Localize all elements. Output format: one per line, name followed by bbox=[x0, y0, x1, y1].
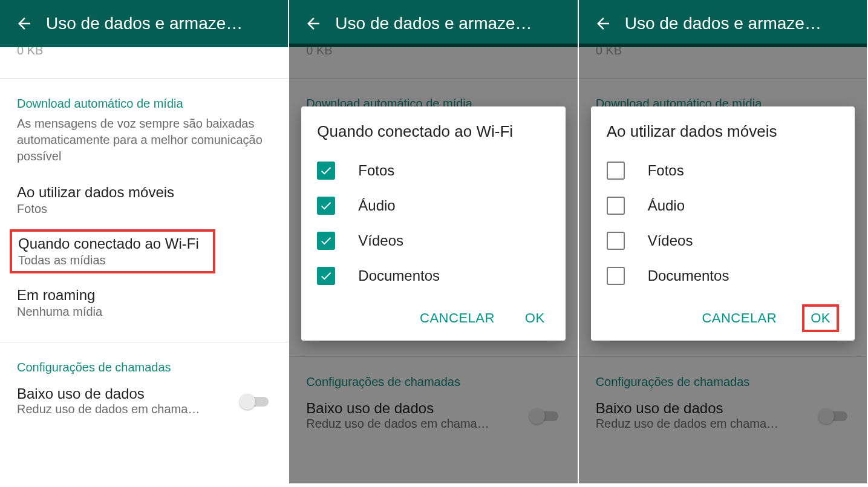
checkbox-label: Documentos bbox=[358, 267, 440, 284]
checkbox-label: Documentos bbox=[648, 267, 729, 284]
checkbox-row-audio[interactable]: Áudio bbox=[607, 188, 839, 223]
back-button[interactable] bbox=[11, 10, 38, 37]
section-media-subtitle: As mensagens de voz sempre são baixadas … bbox=[0, 114, 288, 171]
arrow-left-icon bbox=[15, 15, 33, 33]
ok-button-highlighted[interactable]: OK bbox=[802, 304, 839, 332]
check-icon bbox=[319, 199, 333, 212]
screen-wifi-dialog: Uso de dados e armaze… 0 KB Download aut… bbox=[289, 0, 578, 487]
check-icon bbox=[319, 269, 333, 283]
setting-wifi-sub: Todas as mídias bbox=[18, 253, 207, 267]
header-title: Uso de dados e armaze… bbox=[46, 14, 277, 33]
setting-mobile-sub: Fotos bbox=[17, 202, 271, 216]
setting-low-data[interactable]: Baixo uso de dados Reduz uso de dados em… bbox=[0, 378, 288, 416]
checkbox-audio[interactable] bbox=[607, 197, 625, 215]
check-icon bbox=[319, 164, 333, 177]
low-data-sub: Reduz uso de dados em chama… bbox=[17, 402, 232, 416]
settings-body: 0 KB Download automático de mídia As men… bbox=[0, 44, 288, 483]
checkbox-row-photos[interactable]: Fotos bbox=[317, 153, 549, 188]
checkbox-row-videos[interactable]: Vídeos bbox=[607, 223, 839, 258]
dialog-title: Quando conectado ao Wi-Fi bbox=[317, 122, 549, 141]
section-calls-title: Configurações de chamadas bbox=[0, 342, 288, 378]
cancel-button[interactable]: CANCELAR bbox=[697, 304, 782, 332]
low-data-title: Baixo uso de dados bbox=[17, 385, 232, 402]
checkbox-documents[interactable] bbox=[317, 267, 335, 285]
checkbox-label: Áudio bbox=[358, 197, 395, 214]
check-icon bbox=[319, 234, 333, 247]
setting-roaming[interactable]: Em roaming Nenhuma mídia bbox=[0, 273, 288, 332]
section-media-title: Download automático de mídia bbox=[0, 79, 288, 114]
screen-settings: Uso de dados e armaze… 0 KB Download aut… bbox=[0, 0, 289, 487]
wifi-download-dialog: Quando conectado ao Wi-Fi Fotos Áudio Ví… bbox=[301, 106, 565, 341]
checkbox-row-photos[interactable]: Fotos bbox=[607, 153, 839, 188]
screen-mobile-dialog: Uso de dados e armaze… 0 KB Download aut… bbox=[579, 0, 868, 487]
back-button[interactable] bbox=[300, 10, 327, 37]
mobile-download-dialog: Ao utilizar dados móveis Fotos Áudio Víd… bbox=[591, 106, 855, 341]
checkbox-row-documents[interactable]: Documentos bbox=[607, 258, 839, 293]
checkbox-videos[interactable] bbox=[317, 232, 335, 250]
header-title: Uso de dados e armaze… bbox=[625, 14, 856, 33]
app-header: Uso de dados e armaze… bbox=[289, 0, 577, 47]
app-header: Uso de dados e armaze… bbox=[0, 0, 288, 47]
checkbox-label: Áudio bbox=[648, 197, 685, 214]
settings-body: 0 KB Download automático de mídia As men… bbox=[289, 44, 577, 483]
checkbox-photos[interactable] bbox=[317, 162, 335, 180]
checkbox-row-documents[interactable]: Documentos bbox=[317, 258, 549, 293]
checkbox-videos[interactable] bbox=[607, 232, 625, 250]
checkbox-row-videos[interactable]: Vídeos bbox=[317, 223, 549, 258]
settings-body: 0 KB Download automático de mídia As men… bbox=[579, 44, 867, 483]
dialog-actions: CANCELAR OK bbox=[607, 304, 839, 332]
dialog-title: Ao utilizar dados móveis bbox=[607, 122, 839, 141]
app-header: Uso de dados e armaze… bbox=[579, 0, 867, 47]
setting-wifi-title: Quando conectado ao Wi-Fi bbox=[18, 235, 207, 252]
checkbox-label: Fotos bbox=[648, 162, 684, 179]
checkbox-photos[interactable] bbox=[607, 162, 625, 180]
checkbox-row-audio[interactable]: Áudio bbox=[317, 188, 549, 223]
ok-button[interactable]: OK bbox=[520, 304, 550, 332]
checkbox-label: Fotos bbox=[358, 162, 394, 179]
checkbox-audio[interactable] bbox=[317, 197, 335, 215]
setting-mobile-title: Ao utilizar dados móveis bbox=[17, 184, 271, 201]
arrow-left-icon bbox=[304, 15, 322, 33]
arrow-left-icon bbox=[594, 15, 612, 33]
back-button[interactable] bbox=[590, 10, 616, 37]
setting-mobile-data[interactable]: Ao utilizar dados móveis Fotos bbox=[0, 171, 288, 229]
setting-roaming-sub: Nenhuma mídia bbox=[17, 305, 271, 319]
setting-wifi-highlighted[interactable]: Quando conectado ao Wi-Fi Todas as mídia… bbox=[10, 229, 215, 273]
header-title: Uso de dados e armaze… bbox=[335, 14, 566, 33]
dialog-actions: CANCELAR OK bbox=[317, 304, 549, 332]
setting-roaming-title: Em roaming bbox=[17, 287, 271, 304]
checkbox-label: Vídeos bbox=[358, 232, 403, 249]
checkbox-documents[interactable] bbox=[607, 267, 625, 285]
previous-item-remnant: 0 KB bbox=[0, 44, 288, 68]
cancel-button[interactable]: CANCELAR bbox=[415, 304, 500, 332]
low-data-switch[interactable] bbox=[240, 392, 271, 410]
checkbox-label: Vídeos bbox=[648, 232, 693, 249]
